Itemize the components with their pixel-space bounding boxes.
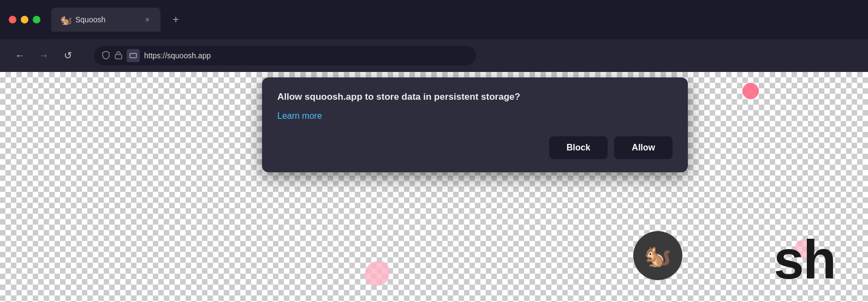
popup-actions: Block Allow [277,136,673,159]
navigation-bar: ← → ↺ https://squoosh.app [0,39,868,72]
svg-rect-1 [130,53,136,58]
page-icon [127,49,140,62]
lock-icon [115,51,122,61]
popup-question-text: Allow squoosh.app to store data in persi… [277,90,673,104]
tab-close-button[interactable]: × [143,14,152,25]
new-tab-button[interactable]: + [167,11,185,28]
pink-blob-2 [365,261,389,286]
svg-rect-0 [115,55,122,59]
block-button[interactable]: Block [549,136,608,159]
address-bar[interactable]: https://squoosh.app [94,46,476,65]
browser-tab[interactable]: 🐿️ Squoosh × [51,8,160,32]
squoosh-logo: 🐿️ [633,231,682,280]
back-button[interactable]: ← [11,47,28,64]
tab-favicon: 🐿️ [60,14,71,25]
url-text[interactable]: https://squoosh.app [144,51,468,60]
pink-blob-1 [742,83,759,99]
squoosh-brand-text: sh [774,228,835,291]
permission-popup: Allow squoosh.app to store data in persi… [262,77,688,172]
minimize-window-button[interactable] [21,16,28,23]
allow-button[interactable]: Allow [614,136,673,159]
forward-button[interactable]: → [35,47,52,64]
learn-more-link[interactable]: Learn more [277,111,322,121]
reload-button[interactable]: ↺ [59,47,76,64]
close-window-button[interactable] [9,16,16,23]
title-bar: 🐿️ Squoosh × + [0,0,868,39]
maximize-window-button[interactable] [33,16,40,23]
page-content: 🐿️ sh Allow squoosh.app to store data in… [0,72,868,302]
window-controls [9,16,40,23]
shield-icon [102,51,110,61]
tab-title: Squoosh [75,15,139,24]
